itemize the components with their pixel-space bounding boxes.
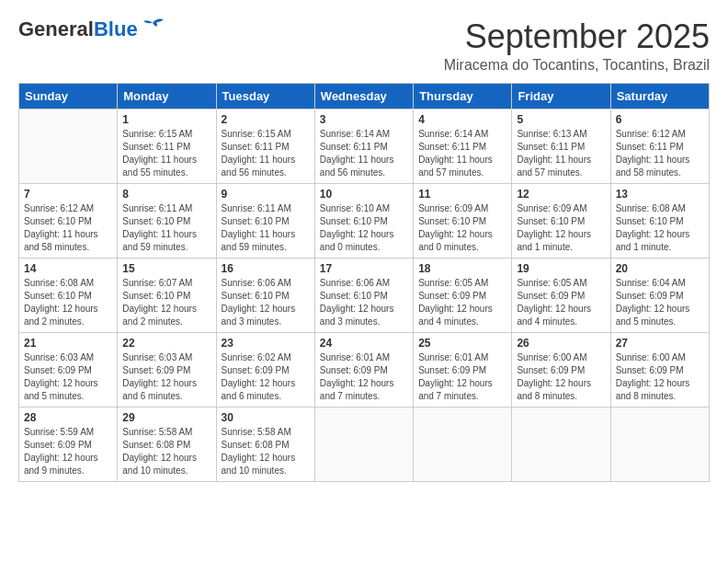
logo-text-blue: Blue bbox=[94, 17, 138, 40]
calendar-cell: 29Sunrise: 5:58 AM Sunset: 6:08 PM Dayli… bbox=[118, 407, 216, 481]
day-info: Sunrise: 6:14 AM Sunset: 6:11 PM Dayligh… bbox=[418, 128, 506, 179]
day-info: Sunrise: 6:11 AM Sunset: 6:10 PM Dayligh… bbox=[122, 202, 210, 254]
calendar-header: Sunday Monday Tuesday Wednesday Thursday… bbox=[19, 83, 710, 109]
calendar-cell: 16Sunrise: 6:06 AM Sunset: 6:10 PM Dayli… bbox=[216, 258, 314, 332]
calendar-cell: 25Sunrise: 6:01 AM Sunset: 6:09 PM Dayli… bbox=[414, 332, 512, 407]
calendar-week-row: 1Sunrise: 6:15 AM Sunset: 6:11 PM Daylig… bbox=[19, 109, 710, 183]
calendar-week-row: 7Sunrise: 6:12 AM Sunset: 6:10 PM Daylig… bbox=[19, 183, 710, 258]
day-info: Sunrise: 6:09 AM Sunset: 6:10 PM Dayligh… bbox=[418, 202, 506, 254]
calendar-cell: 6Sunrise: 6:12 AM Sunset: 6:11 PM Daylig… bbox=[610, 109, 709, 183]
day-info: Sunrise: 6:12 AM Sunset: 6:10 PM Dayligh… bbox=[24, 202, 112, 254]
day-number: 27 bbox=[616, 337, 704, 350]
day-number: 11 bbox=[418, 188, 506, 201]
col-sunday: Sunday bbox=[19, 83, 118, 109]
col-friday: Friday bbox=[512, 83, 610, 109]
day-number: 17 bbox=[320, 262, 408, 275]
month-title: September 2025 bbox=[444, 18, 710, 55]
calendar-table: Sunday Monday Tuesday Wednesday Thursday… bbox=[18, 83, 710, 482]
calendar-cell: 4Sunrise: 6:14 AM Sunset: 6:11 PM Daylig… bbox=[414, 109, 512, 183]
day-number: 5 bbox=[517, 113, 605, 126]
day-info: Sunrise: 6:15 AM Sunset: 6:11 PM Dayligh… bbox=[222, 128, 310, 179]
day-number: 4 bbox=[418, 113, 506, 126]
calendar-cell: 5Sunrise: 6:13 AM Sunset: 6:11 PM Daylig… bbox=[512, 109, 610, 183]
day-info: Sunrise: 6:08 AM Sunset: 6:10 PM Dayligh… bbox=[24, 277, 112, 328]
day-info: Sunrise: 6:09 AM Sunset: 6:10 PM Dayligh… bbox=[517, 202, 605, 254]
col-monday: Monday bbox=[118, 83, 216, 109]
page-header: GeneralBlue September 2025 Miracema do T… bbox=[18, 18, 710, 74]
day-info: Sunrise: 6:03 AM Sunset: 6:09 PM Dayligh… bbox=[24, 351, 112, 403]
day-number: 3 bbox=[320, 113, 408, 126]
col-tuesday: Tuesday bbox=[216, 83, 314, 109]
calendar-cell: 9Sunrise: 6:11 AM Sunset: 6:10 PM Daylig… bbox=[216, 183, 314, 258]
day-number: 15 bbox=[122, 262, 210, 275]
day-number: 28 bbox=[24, 411, 112, 424]
calendar-cell: 7Sunrise: 6:12 AM Sunset: 6:10 PM Daylig… bbox=[19, 183, 118, 258]
calendar-cell: 21Sunrise: 6:03 AM Sunset: 6:09 PM Dayli… bbox=[19, 332, 118, 407]
calendar-cell: 2Sunrise: 6:15 AM Sunset: 6:11 PM Daylig… bbox=[216, 109, 314, 183]
day-number: 29 bbox=[122, 411, 210, 424]
calendar-cell: 15Sunrise: 6:07 AM Sunset: 6:10 PM Dayli… bbox=[118, 258, 216, 332]
calendar-cell: 11Sunrise: 6:09 AM Sunset: 6:10 PM Dayli… bbox=[414, 183, 512, 258]
calendar-cell: 30Sunrise: 5:58 AM Sunset: 6:08 PM Dayli… bbox=[216, 407, 314, 481]
bird-icon bbox=[140, 16, 165, 36]
calendar-cell bbox=[610, 407, 709, 481]
calendar-cell bbox=[19, 109, 118, 183]
day-number: 25 bbox=[418, 337, 506, 350]
day-info: Sunrise: 6:12 AM Sunset: 6:11 PM Dayligh… bbox=[616, 128, 704, 179]
calendar-cell: 20Sunrise: 6:04 AM Sunset: 6:09 PM Dayli… bbox=[610, 258, 709, 332]
title-section: September 2025 Miracema do Tocantins, To… bbox=[444, 18, 710, 74]
day-number: 23 bbox=[222, 337, 310, 350]
day-number: 1 bbox=[122, 113, 210, 126]
day-info: Sunrise: 6:15 AM Sunset: 6:11 PM Dayligh… bbox=[122, 128, 210, 179]
day-info: Sunrise: 6:02 AM Sunset: 6:09 PM Dayligh… bbox=[222, 351, 310, 403]
day-number: 12 bbox=[517, 188, 605, 201]
day-number: 20 bbox=[616, 262, 704, 275]
day-info: Sunrise: 6:05 AM Sunset: 6:09 PM Dayligh… bbox=[418, 277, 506, 328]
calendar-cell: 18Sunrise: 6:05 AM Sunset: 6:09 PM Dayli… bbox=[414, 258, 512, 332]
day-number: 24 bbox=[320, 337, 408, 350]
calendar-cell: 23Sunrise: 6:02 AM Sunset: 6:09 PM Dayli… bbox=[216, 332, 314, 407]
calendar-cell: 24Sunrise: 6:01 AM Sunset: 6:09 PM Dayli… bbox=[314, 332, 413, 407]
day-number: 9 bbox=[222, 188, 310, 201]
day-number: 14 bbox=[24, 262, 112, 275]
calendar-cell: 26Sunrise: 6:00 AM Sunset: 6:09 PM Dayli… bbox=[512, 332, 610, 407]
day-info: Sunrise: 6:01 AM Sunset: 6:09 PM Dayligh… bbox=[320, 351, 408, 403]
col-thursday: Thursday bbox=[414, 83, 512, 109]
day-number: 19 bbox=[517, 262, 605, 275]
day-info: Sunrise: 6:01 AM Sunset: 6:09 PM Dayligh… bbox=[418, 351, 506, 403]
day-info: Sunrise: 6:07 AM Sunset: 6:10 PM Dayligh… bbox=[122, 277, 210, 328]
day-info: Sunrise: 6:13 AM Sunset: 6:11 PM Dayligh… bbox=[517, 128, 605, 179]
calendar-cell: 22Sunrise: 6:03 AM Sunset: 6:09 PM Dayli… bbox=[118, 332, 216, 407]
calendar-week-row: 14Sunrise: 6:08 AM Sunset: 6:10 PM Dayli… bbox=[19, 258, 710, 332]
calendar-cell bbox=[314, 407, 413, 481]
col-wednesday: Wednesday bbox=[314, 83, 413, 109]
day-info: Sunrise: 6:08 AM Sunset: 6:10 PM Dayligh… bbox=[616, 202, 704, 254]
day-info: Sunrise: 6:05 AM Sunset: 6:09 PM Dayligh… bbox=[517, 277, 605, 328]
calendar-cell: 3Sunrise: 6:14 AM Sunset: 6:11 PM Daylig… bbox=[314, 109, 413, 183]
day-info: Sunrise: 5:59 AM Sunset: 6:09 PM Dayligh… bbox=[24, 426, 112, 477]
day-number: 10 bbox=[320, 188, 408, 201]
calendar-cell: 13Sunrise: 6:08 AM Sunset: 6:10 PM Dayli… bbox=[610, 183, 709, 258]
calendar-cell: 12Sunrise: 6:09 AM Sunset: 6:10 PM Dayli… bbox=[512, 183, 610, 258]
day-number: 13 bbox=[616, 188, 704, 201]
calendar-cell: 14Sunrise: 6:08 AM Sunset: 6:10 PM Dayli… bbox=[19, 258, 118, 332]
day-info: Sunrise: 6:00 AM Sunset: 6:09 PM Dayligh… bbox=[616, 351, 704, 403]
calendar-cell bbox=[414, 407, 512, 481]
day-info: Sunrise: 6:10 AM Sunset: 6:10 PM Dayligh… bbox=[320, 202, 408, 254]
day-number: 30 bbox=[222, 411, 310, 424]
day-info: Sunrise: 5:58 AM Sunset: 6:08 PM Dayligh… bbox=[122, 426, 210, 477]
day-number: 18 bbox=[418, 262, 506, 275]
calendar-cell: 28Sunrise: 5:59 AM Sunset: 6:09 PM Dayli… bbox=[19, 407, 118, 481]
day-info: Sunrise: 6:04 AM Sunset: 6:09 PM Dayligh… bbox=[616, 277, 704, 328]
calendar-cell: 27Sunrise: 6:00 AM Sunset: 6:09 PM Dayli… bbox=[610, 332, 709, 407]
logo-text-general: General bbox=[18, 17, 94, 40]
calendar-cell: 10Sunrise: 6:10 AM Sunset: 6:10 PM Dayli… bbox=[314, 183, 413, 258]
location-subtitle: Miracema do Tocantins, Tocantins, Brazil bbox=[444, 57, 710, 74]
day-number: 8 bbox=[122, 188, 210, 201]
day-info: Sunrise: 6:11 AM Sunset: 6:10 PM Dayligh… bbox=[222, 202, 310, 254]
day-number: 16 bbox=[222, 262, 310, 275]
day-number: 2 bbox=[222, 113, 310, 126]
day-number: 21 bbox=[24, 337, 112, 350]
day-info: Sunrise: 6:06 AM Sunset: 6:10 PM Dayligh… bbox=[222, 277, 310, 328]
day-number: 6 bbox=[616, 113, 704, 126]
